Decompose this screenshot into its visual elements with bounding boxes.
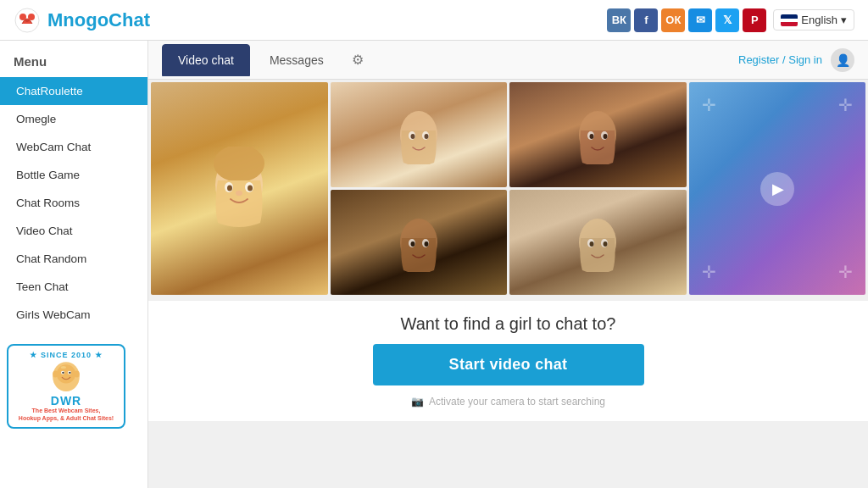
cta-title: Want to find a girl to chat to? [401, 314, 616, 334]
svg-point-1 [19, 14, 26, 20]
social-facebook-button[interactable]: f [634, 8, 658, 32]
register-signin-link[interactable]: Register / Sign in [738, 53, 822, 66]
svg-point-2 [28, 14, 35, 20]
camera-icon: 📷 [411, 396, 424, 408]
camera-note: 📷 Activate your camera to start searchin… [411, 396, 605, 408]
svg-point-9 [53, 370, 58, 377]
logo[interactable]: MnogoChat [14, 7, 150, 34]
sidebar-item-chat-random[interactable]: Chat Random [0, 245, 147, 273]
plus-decoration-tr: ✛ [838, 95, 853, 115]
svg-point-8 [69, 372, 70, 374]
logo-title: MnogoChat [47, 9, 150, 31]
flag-icon [781, 14, 798, 26]
tabs-right: Register / Sign in 👤 [738, 48, 854, 72]
svg-point-38 [604, 241, 608, 247]
main-layout: Menu ChatRoulette Omegle WebCam Chat Bot… [0, 41, 868, 488]
sidebar-item-girls-webcam[interactable]: Girls WebCam [0, 301, 147, 329]
social-mail-button[interactable]: ✉ [688, 8, 712, 32]
logo-icon [14, 7, 41, 34]
plus-decoration-br: ✛ [838, 262, 853, 282]
svg-point-11 [61, 366, 66, 369]
tab-video-chat[interactable]: Video chat [162, 44, 250, 76]
svg-point-4 [57, 364, 75, 383]
svg-point-27 [590, 134, 594, 139]
svg-point-22 [410, 134, 415, 139]
sidebar: Menu ChatRoulette Omegle WebCam Chat Bot… [0, 41, 148, 488]
svg-point-18 [236, 191, 242, 196]
camera-note-text: Activate your camera to start searching [429, 396, 605, 408]
header-right: ВК f ОК ✉ 𝕏 P English ▾ [607, 8, 854, 32]
svg-point-17 [248, 185, 253, 191]
dwr-cartoon-face [46, 359, 86, 394]
face-overlay-1 [151, 82, 328, 295]
sidebar-item-teen-chat[interactable]: Teen Chat [0, 273, 147, 301]
social-twitter-button[interactable]: 𝕏 [715, 8, 739, 32]
plus-decoration-tl: ✛ [702, 95, 716, 115]
photo-cell-4[interactable] [331, 190, 508, 295]
lang-label: English [801, 14, 837, 26]
svg-point-7 [62, 372, 64, 374]
photo-cell-2[interactable] [331, 82, 508, 187]
content-area: Video chat Messages ⚙ Register / Sign in… [148, 41, 868, 488]
sidebar-item-webcam-chat[interactable]: WebCam Chat [0, 133, 147, 161]
dwr-badge[interactable]: ★ SINCE 2010 ★ [7, 344, 125, 429]
language-selector[interactable]: English ▾ [773, 9, 854, 30]
chevron-down-icon: ▾ [841, 14, 847, 26]
sidebar-menu-title: Menu [0, 51, 147, 77]
social-ok-button[interactable]: ОК [661, 8, 685, 32]
photo-cell-3[interactable] [509, 82, 687, 187]
tabs-bar: Video chat Messages ⚙ Register / Sign in… [148, 41, 868, 80]
svg-point-33 [424, 241, 428, 247]
svg-point-28 [604, 134, 608, 139]
social-vk-button[interactable]: ВК [607, 8, 631, 32]
sidebar-item-omegle[interactable]: Omegle [0, 105, 147, 133]
user-icon: 👤 [836, 53, 850, 67]
photo-cell-play[interactable]: ✛ ✛ ✛ ✛ ▶ [689, 82, 866, 295]
dwr-badge-container: ★ SINCE 2010 ★ [0, 337, 147, 435]
svg-point-32 [410, 241, 415, 247]
sidebar-item-bottle-game[interactable]: Bottle Game [0, 161, 147, 189]
dwr-since-label: ★ SINCE 2010 ★ [30, 351, 102, 359]
sidebar-item-chat-rooms[interactable]: Chat Rooms [0, 189, 147, 217]
gear-icon: ⚙ [352, 53, 364, 67]
svg-point-16 [227, 185, 232, 191]
tab-messages[interactable]: Messages [253, 44, 340, 76]
photo-cell-1[interactable] [151, 82, 328, 295]
svg-point-13 [214, 147, 264, 182]
cta-section: Want to find a girl to chat to? Start vi… [148, 300, 868, 421]
play-icon: ▶ [772, 180, 784, 198]
dwr-subtitle: The Best Webcam Sites,Hookup Apps, & Adu… [19, 408, 114, 422]
header: MnogoChat ВК f ОК ✉ 𝕏 P English ▾ [0, 0, 868, 41]
video-section: ✛ ✛ ✛ ✛ ▶ Want to find a girl to chat to… [148, 80, 868, 488]
svg-point-37 [590, 241, 594, 247]
dwr-title: DWR [51, 394, 81, 408]
settings-gear-button[interactable]: ⚙ [343, 43, 372, 76]
user-avatar[interactable]: 👤 [831, 48, 854, 72]
social-pinterest-button[interactable]: P [743, 8, 766, 32]
photo-cell-5[interactable] [509, 190, 687, 295]
play-button-overlay[interactable]: ▶ [760, 172, 794, 206]
social-icons: ВК f ОК ✉ 𝕏 P [607, 8, 766, 32]
plus-decoration-bl: ✛ [702, 262, 716, 282]
start-video-chat-button[interactable]: Start video chat [373, 344, 644, 385]
svg-point-23 [424, 134, 428, 139]
photo-grid: ✛ ✛ ✛ ✛ ▶ [148, 80, 868, 300]
sidebar-item-chatroulette[interactable]: ChatRoulette [0, 77, 147, 105]
sidebar-item-video-chat[interactable]: Video Chat [0, 217, 147, 245]
svg-point-10 [75, 370, 80, 377]
